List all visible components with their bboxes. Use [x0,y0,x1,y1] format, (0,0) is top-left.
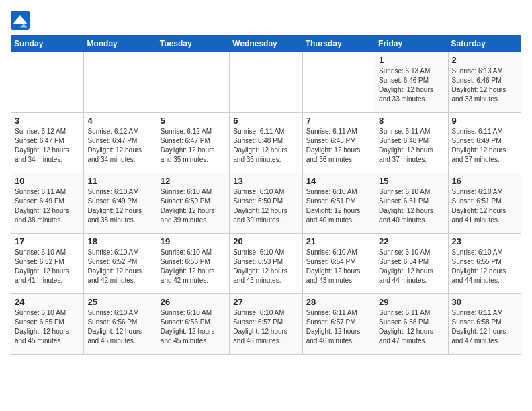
cell-info: Sunrise: 6:13 AM Sunset: 6:46 PM Dayligh… [452,66,517,104]
day-number: 22 [379,236,444,246]
cell-info: Sunrise: 6:12 AM Sunset: 6:47 PM Dayligh… [161,127,226,165]
calendar-cell: 11Sunrise: 6:10 AM Sunset: 6:49 PM Dayli… [84,173,157,234]
day-number: 18 [87,236,152,246]
calendar-cell: 29Sunrise: 6:11 AM Sunset: 6:58 PM Dayli… [375,294,448,355]
day-number: 29 [379,297,444,307]
day-number: 9 [452,116,517,126]
calendar-cell: 16Sunrise: 6:10 AM Sunset: 6:51 PM Dayli… [448,173,521,234]
logo-icon [11,11,30,30]
cell-info: Sunrise: 6:10 AM Sunset: 6:55 PM Dayligh… [15,308,80,346]
cell-info: Sunrise: 6:10 AM Sunset: 6:56 PM Dayligh… [87,308,152,346]
cell-info: Sunrise: 6:11 AM Sunset: 6:48 PM Dayligh… [379,127,444,165]
calendar-cell: 4Sunrise: 6:12 AM Sunset: 6:47 PM Daylig… [84,113,157,173]
day-number: 15 [379,176,444,186]
calendar-cell: 1Sunrise: 6:13 AM Sunset: 6:46 PM Daylig… [375,52,448,113]
week-row-1: 1Sunrise: 6:13 AM Sunset: 6:46 PM Daylig… [11,52,521,113]
day-number: 3 [15,116,80,126]
cell-info: Sunrise: 6:10 AM Sunset: 6:50 PM Dayligh… [233,187,298,225]
cell-info: Sunrise: 6:10 AM Sunset: 6:52 PM Dayligh… [87,248,152,285]
day-number: 6 [233,116,298,126]
day-number: 13 [233,176,298,186]
day-number: 26 [161,297,226,307]
day-number: 23 [452,236,517,246]
cell-info: Sunrise: 6:11 AM Sunset: 6:48 PM Dayligh… [233,127,298,165]
calendar-cell: 21Sunrise: 6:10 AM Sunset: 6:54 PM Dayli… [302,234,375,294]
day-header-monday: Monday [84,36,157,52]
cell-info: Sunrise: 6:10 AM Sunset: 6:49 PM Dayligh… [87,187,152,225]
day-number: 5 [161,116,226,126]
logo [11,11,34,30]
day-number: 7 [306,116,371,126]
cell-info: Sunrise: 6:12 AM Sunset: 6:47 PM Dayligh… [15,127,80,165]
day-header-wednesday: Wednesday [230,36,302,52]
calendar-cell [302,52,375,113]
cell-info: Sunrise: 6:10 AM Sunset: 6:56 PM Dayligh… [161,308,226,346]
calendar-cell: 24Sunrise: 6:10 AM Sunset: 6:55 PM Dayli… [11,294,84,355]
calendar-cell: 7Sunrise: 6:11 AM Sunset: 6:48 PM Daylig… [302,113,375,173]
days-header-row: SundayMondayTuesdayWednesdayThursdayFrid… [11,36,521,52]
calendar-cell: 22Sunrise: 6:10 AM Sunset: 6:54 PM Dayli… [375,234,448,294]
day-number: 12 [161,176,226,186]
cell-info: Sunrise: 6:11 AM Sunset: 6:48 PM Dayligh… [306,127,371,165]
day-number: 10 [15,176,80,186]
calendar-cell: 8Sunrise: 6:11 AM Sunset: 6:48 PM Daylig… [375,113,448,173]
day-number: 19 [161,236,226,246]
calendar-cell: 28Sunrise: 6:11 AM Sunset: 6:57 PM Dayli… [302,294,375,355]
week-row-5: 24Sunrise: 6:10 AM Sunset: 6:55 PM Dayli… [11,294,521,355]
calendar-cell: 5Sunrise: 6:12 AM Sunset: 6:47 PM Daylig… [157,113,229,173]
week-row-3: 10Sunrise: 6:11 AM Sunset: 6:49 PM Dayli… [11,173,521,234]
day-number: 17 [15,236,80,246]
day-header-tuesday: Tuesday [157,36,229,52]
calendar-cell: 12Sunrise: 6:10 AM Sunset: 6:50 PM Dayli… [157,173,229,234]
cell-info: Sunrise: 6:11 AM Sunset: 6:58 PM Dayligh… [379,308,444,346]
cell-info: Sunrise: 6:10 AM Sunset: 6:55 PM Dayligh… [452,248,517,285]
cell-info: Sunrise: 6:10 AM Sunset: 6:50 PM Dayligh… [161,187,226,225]
day-number: 11 [87,176,152,186]
calendar-cell: 18Sunrise: 6:10 AM Sunset: 6:52 PM Dayli… [84,234,157,294]
calendar-cell: 23Sunrise: 6:10 AM Sunset: 6:55 PM Dayli… [448,234,521,294]
calendar-cell: 17Sunrise: 6:10 AM Sunset: 6:52 PM Dayli… [11,234,84,294]
cell-info: Sunrise: 6:10 AM Sunset: 6:52 PM Dayligh… [15,248,80,285]
calendar-cell: 26Sunrise: 6:10 AM Sunset: 6:56 PM Dayli… [157,294,229,355]
calendar-cell [157,52,229,113]
calendar-cell: 14Sunrise: 6:10 AM Sunset: 6:51 PM Dayli… [302,173,375,234]
calendar-cell: 13Sunrise: 6:10 AM Sunset: 6:50 PM Dayli… [230,173,302,234]
cell-info: Sunrise: 6:13 AM Sunset: 6:46 PM Dayligh… [379,66,444,104]
calendar-cell: 9Sunrise: 6:11 AM Sunset: 6:49 PM Daylig… [448,113,521,173]
calendar-cell: 25Sunrise: 6:10 AM Sunset: 6:56 PM Dayli… [84,294,157,355]
calendar-cell [230,52,302,113]
calendar-cell: 27Sunrise: 6:10 AM Sunset: 6:57 PM Dayli… [230,294,302,355]
day-number: 24 [15,297,80,307]
day-number: 27 [233,297,298,307]
cell-info: Sunrise: 6:10 AM Sunset: 6:57 PM Dayligh… [233,308,298,346]
calendar-cell: 30Sunrise: 6:11 AM Sunset: 6:58 PM Dayli… [448,294,521,355]
calendar-cell: 19Sunrise: 6:10 AM Sunset: 6:53 PM Dayli… [157,234,229,294]
calendar-cell: 20Sunrise: 6:10 AM Sunset: 6:53 PM Dayli… [230,234,302,294]
day-header-friday: Friday [375,36,448,52]
day-number: 4 [87,116,152,126]
day-header-saturday: Saturday [448,36,521,52]
day-number: 28 [306,297,371,307]
day-number: 1 [379,55,444,65]
cell-info: Sunrise: 6:11 AM Sunset: 6:49 PM Dayligh… [15,187,80,225]
cell-info: Sunrise: 6:11 AM Sunset: 6:49 PM Dayligh… [452,127,517,165]
day-number: 30 [452,297,517,307]
calendar-table: SundayMondayTuesdayWednesdayThursdayFrid… [11,35,521,355]
calendar-cell: 15Sunrise: 6:10 AM Sunset: 6:51 PM Dayli… [375,173,448,234]
calendar-cell: 6Sunrise: 6:11 AM Sunset: 6:48 PM Daylig… [230,113,302,173]
day-number: 21 [306,236,371,246]
day-number: 16 [452,176,517,186]
cell-info: Sunrise: 6:10 AM Sunset: 6:51 PM Dayligh… [452,187,517,225]
week-row-2: 3Sunrise: 6:12 AM Sunset: 6:47 PM Daylig… [11,113,521,173]
calendar-cell: 3Sunrise: 6:12 AM Sunset: 6:47 PM Daylig… [11,113,84,173]
day-header-thursday: Thursday [302,36,375,52]
cell-info: Sunrise: 6:11 AM Sunset: 6:58 PM Dayligh… [452,308,517,346]
week-row-4: 17Sunrise: 6:10 AM Sunset: 6:52 PM Dayli… [11,234,521,294]
cell-info: Sunrise: 6:12 AM Sunset: 6:47 PM Dayligh… [87,127,152,165]
cell-info: Sunrise: 6:10 AM Sunset: 6:53 PM Dayligh… [233,248,298,285]
day-number: 2 [452,55,517,65]
calendar-cell [84,52,157,113]
cell-info: Sunrise: 6:10 AM Sunset: 6:51 PM Dayligh… [379,187,444,225]
day-number: 20 [233,236,298,246]
calendar-cell [11,52,84,113]
